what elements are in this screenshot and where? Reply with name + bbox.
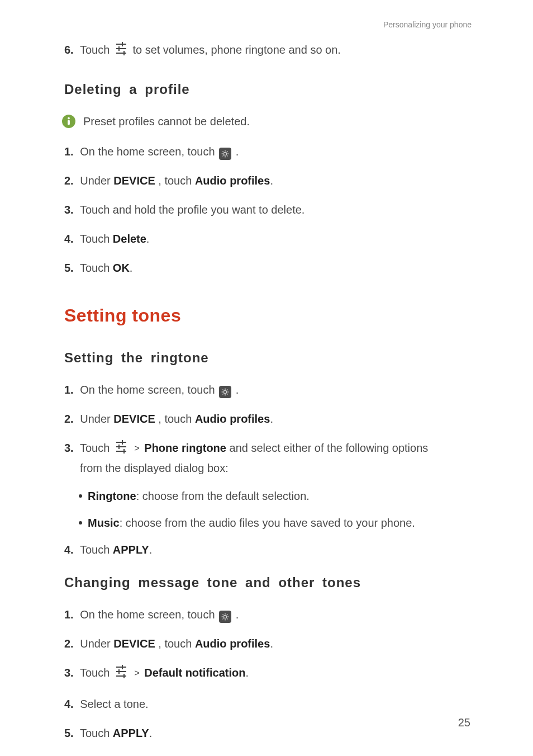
page-number: 25 bbox=[458, 714, 470, 731]
text: . bbox=[130, 262, 133, 274]
step-number: 2. bbox=[64, 413, 74, 425]
deleting-profile-section: Deleting a profile Preset profiles canno… bbox=[64, 79, 472, 276]
settings-icon bbox=[219, 386, 231, 398]
text: Touch bbox=[80, 262, 113, 274]
text: On the home screen, touch bbox=[80, 608, 218, 621]
text: . bbox=[149, 727, 153, 739]
ring-step-3-cont: from the displayed dialog box: bbox=[80, 460, 472, 476]
text: . bbox=[245, 667, 249, 679]
text: and select either of the following optio… bbox=[230, 442, 429, 454]
ringtone-section: Setting the ringtone 1. On the home scre… bbox=[64, 348, 472, 558]
bold-text: APPLY bbox=[113, 727, 149, 739]
step-number: 4. bbox=[64, 698, 74, 710]
subheading: Deleting a profile bbox=[64, 79, 472, 100]
del-step-2: 2. Under DEVICE , touch Audio profiles. bbox=[64, 172, 472, 189]
step-number: 1. bbox=[64, 608, 74, 621]
text: . bbox=[236, 384, 239, 396]
text: . bbox=[146, 233, 150, 245]
svg-rect-16 bbox=[68, 120, 70, 125]
bold-text: OK bbox=[113, 262, 130, 274]
text: : choose from the default selection. bbox=[136, 490, 310, 502]
text: Touch bbox=[80, 44, 113, 56]
bold-text: DEVICE bbox=[113, 413, 155, 425]
step-number: 3. bbox=[64, 204, 74, 216]
ring-bullet-1: Ringtone: choose from the default select… bbox=[79, 488, 472, 504]
ring-step-3: 3. Touch > Phone ringtone and select eit… bbox=[64, 440, 472, 459]
text: Touch bbox=[80, 727, 113, 739]
text: . bbox=[270, 174, 273, 187]
del-step-3: 3. Touch and hold the profile you want t… bbox=[64, 201, 472, 218]
bold-text: Audio profiles bbox=[195, 174, 270, 187]
step-number: 2. bbox=[64, 174, 74, 187]
ring-step-1: 1. On the home screen, touch . bbox=[64, 381, 472, 398]
text: : choose from the audio files you have s… bbox=[120, 517, 415, 529]
caret-icon: > bbox=[134, 443, 139, 453]
bold-text: Audio profiles bbox=[195, 413, 270, 425]
section-heading: Setting tones bbox=[64, 302, 472, 329]
text: , touch bbox=[158, 637, 195, 650]
step-number: 4. bbox=[64, 544, 74, 556]
svg-point-15 bbox=[68, 117, 70, 120]
msg-step-3: 3. Touch > Default notification. bbox=[64, 664, 472, 683]
text: to set volumes, phone ringtone and so on… bbox=[132, 44, 340, 56]
text: On the home screen, touch bbox=[80, 384, 218, 396]
text: Touch bbox=[80, 667, 113, 679]
subheading: Setting the ringtone bbox=[64, 348, 472, 368]
step-number: 1. bbox=[64, 145, 74, 158]
bold-text: Audio profiles bbox=[195, 637, 270, 650]
bold-text: Ringtone bbox=[88, 490, 136, 502]
running-head: Personalizing your phone bbox=[383, 19, 472, 31]
step-number: 1. bbox=[64, 384, 74, 396]
bold-text: Delete bbox=[113, 233, 146, 245]
text: . bbox=[236, 608, 239, 621]
info-text: Preset profiles cannot be deleted. bbox=[83, 113, 250, 130]
del-step-4: 4. Touch Delete. bbox=[64, 230, 472, 247]
subheading: Changing message tone and other tones bbox=[64, 573, 472, 593]
msgtone-section: Changing message tone and other tones 1.… bbox=[64, 573, 472, 741]
sliders-icon bbox=[115, 664, 127, 683]
step-number: 5. bbox=[64, 727, 74, 739]
text: . bbox=[270, 413, 273, 425]
text: . bbox=[236, 145, 239, 158]
bold-text: DEVICE bbox=[113, 637, 155, 650]
text: Touch bbox=[80, 442, 113, 454]
intro-step-6: 6. Touch to set volumes, phone ringtone … bbox=[64, 41, 472, 60]
bold-text: Default notification bbox=[144, 667, 245, 679]
text: Under bbox=[80, 174, 113, 187]
settings-icon bbox=[219, 148, 231, 160]
ring-bullet-2: Music: choose from the audio files you h… bbox=[79, 514, 472, 531]
step-number: 3. bbox=[64, 442, 74, 454]
info-callout: Preset profiles cannot be deleted. bbox=[62, 113, 472, 130]
text: Touch bbox=[80, 233, 113, 245]
info-icon bbox=[62, 115, 75, 128]
sliders-icon bbox=[115, 41, 127, 60]
del-step-5: 5. Touch OK. bbox=[64, 259, 472, 276]
msg-step-4: 4. Select a tone. bbox=[64, 696, 472, 712]
msg-step-1: 1. On the home screen, touch . bbox=[64, 606, 472, 623]
text: Under bbox=[80, 413, 113, 425]
msg-step-5: 5. Touch APPLY. bbox=[64, 725, 472, 741]
bullet-icon bbox=[79, 521, 82, 525]
text: , touch bbox=[158, 174, 195, 187]
text: Select a tone. bbox=[80, 698, 148, 710]
step-number: 6. bbox=[64, 44, 74, 56]
bold-text: APPLY bbox=[113, 544, 149, 556]
step-number: 5. bbox=[64, 262, 74, 274]
text: , touch bbox=[158, 413, 195, 425]
text: Touch bbox=[80, 544, 113, 556]
text: . bbox=[149, 544, 153, 556]
ring-step-4: 4. Touch APPLY. bbox=[64, 541, 472, 558]
bold-text: Phone ringtone bbox=[144, 442, 226, 454]
step-number: 4. bbox=[64, 233, 74, 245]
caret-icon: > bbox=[134, 668, 139, 678]
text: Under bbox=[80, 637, 113, 650]
text: Ringtone: choose from the default select… bbox=[88, 488, 310, 504]
bold-text: DEVICE bbox=[113, 174, 155, 187]
text: . bbox=[270, 637, 273, 650]
bold-text: Music bbox=[88, 517, 120, 529]
del-step-1: 1. On the home screen, touch . bbox=[64, 143, 472, 160]
settings-icon bbox=[219, 611, 231, 623]
text: On the home screen, touch bbox=[80, 145, 218, 158]
sliders-icon bbox=[115, 440, 127, 459]
msg-step-2: 2. Under DEVICE , touch Audio profiles. bbox=[64, 635, 472, 652]
